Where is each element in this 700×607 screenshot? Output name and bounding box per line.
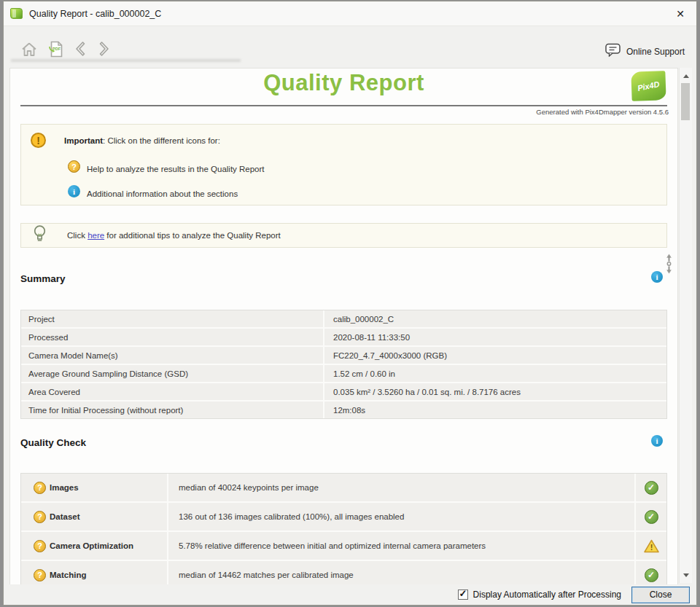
generated-note: Generated with Pix4Dmapper version 4.5.6 (10, 108, 669, 116)
forward-icon[interactable] (99, 41, 110, 60)
background-artifact (11, 59, 241, 62)
table-row: Projectcalib_000002_C (21, 310, 666, 329)
quality-check-section-head: Quality Check i (20, 436, 667, 449)
status-icon: ✓! (636, 503, 666, 530)
footer-bar: Display Automatically after Processing C… (4, 584, 696, 605)
status-icon: ✓! (636, 561, 666, 586)
help-icon[interactable]: ? (34, 511, 46, 523)
check-icon: ✓ (645, 568, 658, 582)
svg-text:!: ! (650, 543, 653, 552)
status-icon: ✓! (636, 532, 666, 560)
lightbulb-icon (33, 224, 47, 247)
help-icon[interactable]: ? (34, 569, 46, 581)
back-icon[interactable] (74, 41, 85, 60)
online-support[interactable]: Online Support (605, 43, 685, 60)
home-icon[interactable] (21, 42, 37, 60)
report-page: Quality Report Pix4D Generated with Pix4… (9, 68, 678, 586)
summary-heading: Summary (20, 273, 66, 284)
table-row: Processed2020-08-11 11:33:50 (21, 329, 666, 347)
table-row: Camera Model Name(s)FC220_4.7_4000x3000 … (21, 347, 666, 365)
warning-icon: ! (644, 539, 659, 553)
close-button[interactable]: Close (631, 587, 690, 603)
window-title: Quality Report - calib_000002_C (29, 9, 161, 19)
quality-check-info-icon[interactable]: i (651, 435, 663, 447)
important-icon: ! (31, 133, 46, 148)
svg-text:PDF: PDF (52, 47, 61, 51)
status-icon: ✓! (636, 474, 666, 501)
important-box: ! Important: Click on the different icon… (20, 124, 667, 205)
table-row: ?Dataset 136 out of 136 images calibrate… (21, 503, 666, 532)
table-row: Average Ground Sampling Distance (GSD)1.… (21, 365, 666, 383)
close-icon[interactable]: ✕ (674, 7, 687, 20)
summary-info-icon[interactable]: i (651, 271, 663, 283)
table-row: Area Covered0.035 km² / 3.5260 ha / 0.01… (21, 383, 666, 402)
help-icon[interactable]: ? (34, 540, 46, 552)
tip-box: Click here for additional tips to analyz… (20, 223, 667, 248)
report-title: Quality Report (10, 70, 677, 96)
scroll-up-icon[interactable] (680, 71, 692, 81)
help-icon[interactable]: ? (34, 482, 46, 494)
app-icon (10, 8, 23, 19)
display-automatically-checkbox[interactable] (458, 590, 468, 600)
scrollbar-thumb[interactable] (681, 83, 690, 120)
titlebar: Quality Report - calib_000002_C ✕ (4, 1, 696, 26)
check-icon: ✓ (645, 481, 658, 495)
report-viewport: Quality Report Pix4D Generated with Pix4… (4, 67, 696, 584)
important-item-text: Help to analyze the results in the Quali… (87, 165, 265, 173)
table-row: ?Camera Optimization 5.78% relative diff… (21, 532, 666, 561)
table-row: Time for Initial Processing (without rep… (21, 402, 666, 418)
export-pdf-icon[interactable]: PDF (48, 41, 63, 60)
info-icon[interactable]: i (68, 185, 80, 197)
table-row: ?Matching median of 14462 matches per ca… (21, 561, 666, 586)
scroll-down-icon[interactable] (680, 570, 692, 580)
important-text: Important: Click on the different icons … (64, 136, 220, 145)
chat-bubble-icon (605, 43, 621, 60)
tip-link[interactable]: here (88, 231, 104, 240)
tip-text: Click here for additional tips to analyz… (67, 231, 281, 240)
important-item-text: Additional information about the section… (87, 189, 238, 198)
summary-table: Projectcalib_000002_C Processed2020-08-1… (20, 310, 667, 419)
checkbox-label: Display Automatically after Processing (473, 590, 621, 600)
resize-cursor (664, 253, 674, 278)
pix4d-logo: Pix4D (631, 71, 666, 101)
quality-report-window: Quality Report - calib_000002_C ✕ PDF On… (3, 1, 697, 606)
summary-section-head: Summary i (20, 272, 667, 285)
online-support-label: Online Support (626, 47, 685, 57)
vertical-scrollbar[interactable] (679, 68, 692, 583)
table-row: ?Images median of 40024 keypoints per im… (21, 474, 666, 503)
title-divider (20, 105, 667, 106)
quality-check-heading: Quality Check (20, 437, 86, 448)
check-icon: ✓ (645, 510, 658, 524)
help-icon[interactable]: ? (68, 160, 80, 173)
quality-check-table: ?Images median of 40024 keypoints per im… (20, 473, 667, 586)
